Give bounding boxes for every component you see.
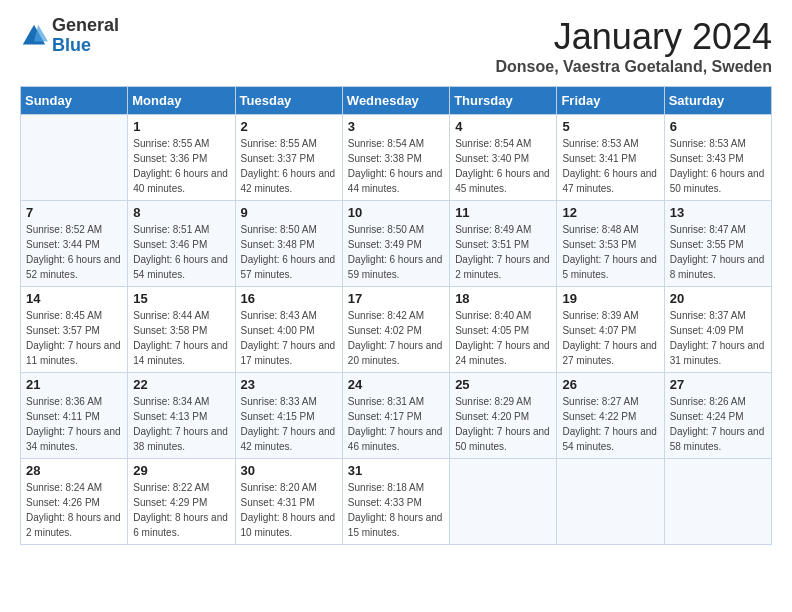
calendar-cell: 2Sunrise: 8:55 AMSunset: 3:37 PMDaylight… [235, 115, 342, 201]
day-info: Sunrise: 8:26 AMSunset: 4:24 PMDaylight:… [670, 394, 766, 454]
calendar-cell: 11Sunrise: 8:49 AMSunset: 3:51 PMDayligh… [450, 201, 557, 287]
logo-text: General Blue [52, 16, 119, 56]
calendar-cell: 6Sunrise: 8:53 AMSunset: 3:43 PMDaylight… [664, 115, 771, 201]
day-info: Sunrise: 8:31 AMSunset: 4:17 PMDaylight:… [348, 394, 444, 454]
day-number: 19 [562, 291, 658, 306]
day-info: Sunrise: 8:52 AMSunset: 3:44 PMDaylight:… [26, 222, 122, 282]
day-number: 29 [133, 463, 229, 478]
calendar-cell: 26Sunrise: 8:27 AMSunset: 4:22 PMDayligh… [557, 373, 664, 459]
day-number: 16 [241, 291, 337, 306]
day-number: 31 [348, 463, 444, 478]
day-number: 2 [241, 119, 337, 134]
day-number: 11 [455, 205, 551, 220]
calendar-cell: 20Sunrise: 8:37 AMSunset: 4:09 PMDayligh… [664, 287, 771, 373]
calendar-cell: 1Sunrise: 8:55 AMSunset: 3:36 PMDaylight… [128, 115, 235, 201]
calendar-cell: 12Sunrise: 8:48 AMSunset: 3:53 PMDayligh… [557, 201, 664, 287]
day-info: Sunrise: 8:47 AMSunset: 3:55 PMDaylight:… [670, 222, 766, 282]
calendar-cell: 15Sunrise: 8:44 AMSunset: 3:58 PMDayligh… [128, 287, 235, 373]
calendar-cell [450, 459, 557, 545]
day-number: 7 [26, 205, 122, 220]
calendar-header-row: SundayMondayTuesdayWednesdayThursdayFrid… [21, 87, 772, 115]
day-number: 25 [455, 377, 551, 392]
calendar-cell [21, 115, 128, 201]
month-title: January 2024 [495, 16, 772, 58]
day-info: Sunrise: 8:22 AMSunset: 4:29 PMDaylight:… [133, 480, 229, 540]
calendar-cell: 17Sunrise: 8:42 AMSunset: 4:02 PMDayligh… [342, 287, 449, 373]
page-header: General Blue January 2024 Donsoe, Vaestr… [20, 16, 772, 76]
day-number: 12 [562, 205, 658, 220]
calendar-cell: 5Sunrise: 8:53 AMSunset: 3:41 PMDaylight… [557, 115, 664, 201]
day-number: 5 [562, 119, 658, 134]
day-info: Sunrise: 8:29 AMSunset: 4:20 PMDaylight:… [455, 394, 551, 454]
week-row-1: 1Sunrise: 8:55 AMSunset: 3:36 PMDaylight… [21, 115, 772, 201]
day-number: 15 [133, 291, 229, 306]
day-number: 20 [670, 291, 766, 306]
day-number: 8 [133, 205, 229, 220]
calendar-cell: 8Sunrise: 8:51 AMSunset: 3:46 PMDaylight… [128, 201, 235, 287]
day-info: Sunrise: 8:45 AMSunset: 3:57 PMDaylight:… [26, 308, 122, 368]
calendar-cell [664, 459, 771, 545]
calendar-cell: 31Sunrise: 8:18 AMSunset: 4:33 PMDayligh… [342, 459, 449, 545]
calendar-cell: 13Sunrise: 8:47 AMSunset: 3:55 PMDayligh… [664, 201, 771, 287]
calendar-cell: 27Sunrise: 8:26 AMSunset: 4:24 PMDayligh… [664, 373, 771, 459]
calendar-cell: 7Sunrise: 8:52 AMSunset: 3:44 PMDaylight… [21, 201, 128, 287]
day-info: Sunrise: 8:34 AMSunset: 4:13 PMDaylight:… [133, 394, 229, 454]
day-info: Sunrise: 8:55 AMSunset: 3:36 PMDaylight:… [133, 136, 229, 196]
day-info: Sunrise: 8:54 AMSunset: 3:40 PMDaylight:… [455, 136, 551, 196]
calendar-cell: 14Sunrise: 8:45 AMSunset: 3:57 PMDayligh… [21, 287, 128, 373]
day-number: 1 [133, 119, 229, 134]
logo-blue: Blue [52, 36, 119, 56]
header-friday: Friday [557, 87, 664, 115]
calendar-cell: 23Sunrise: 8:33 AMSunset: 4:15 PMDayligh… [235, 373, 342, 459]
day-info: Sunrise: 8:50 AMSunset: 3:48 PMDaylight:… [241, 222, 337, 282]
day-number: 9 [241, 205, 337, 220]
calendar-cell: 16Sunrise: 8:43 AMSunset: 4:00 PMDayligh… [235, 287, 342, 373]
header-sunday: Sunday [21, 87, 128, 115]
header-tuesday: Tuesday [235, 87, 342, 115]
day-info: Sunrise: 8:24 AMSunset: 4:26 PMDaylight:… [26, 480, 122, 540]
week-row-2: 7Sunrise: 8:52 AMSunset: 3:44 PMDaylight… [21, 201, 772, 287]
day-info: Sunrise: 8:37 AMSunset: 4:09 PMDaylight:… [670, 308, 766, 368]
day-number: 23 [241, 377, 337, 392]
day-info: Sunrise: 8:55 AMSunset: 3:37 PMDaylight:… [241, 136, 337, 196]
header-thursday: Thursday [450, 87, 557, 115]
day-info: Sunrise: 8:53 AMSunset: 3:41 PMDaylight:… [562, 136, 658, 196]
header-wednesday: Wednesday [342, 87, 449, 115]
day-info: Sunrise: 8:42 AMSunset: 4:02 PMDaylight:… [348, 308, 444, 368]
calendar-table: SundayMondayTuesdayWednesdayThursdayFrid… [20, 86, 772, 545]
day-info: Sunrise: 8:40 AMSunset: 4:05 PMDaylight:… [455, 308, 551, 368]
day-number: 21 [26, 377, 122, 392]
day-info: Sunrise: 8:20 AMSunset: 4:31 PMDaylight:… [241, 480, 337, 540]
day-info: Sunrise: 8:43 AMSunset: 4:00 PMDaylight:… [241, 308, 337, 368]
calendar-cell: 30Sunrise: 8:20 AMSunset: 4:31 PMDayligh… [235, 459, 342, 545]
title-area: January 2024 Donsoe, Vaestra Goetaland, … [495, 16, 772, 76]
day-info: Sunrise: 8:18 AMSunset: 4:33 PMDaylight:… [348, 480, 444, 540]
day-info: Sunrise: 8:51 AMSunset: 3:46 PMDaylight:… [133, 222, 229, 282]
header-saturday: Saturday [664, 87, 771, 115]
day-number: 28 [26, 463, 122, 478]
calendar-body: 1Sunrise: 8:55 AMSunset: 3:36 PMDaylight… [21, 115, 772, 545]
day-number: 4 [455, 119, 551, 134]
day-number: 26 [562, 377, 658, 392]
day-number: 6 [670, 119, 766, 134]
day-number: 30 [241, 463, 337, 478]
day-info: Sunrise: 8:33 AMSunset: 4:15 PMDaylight:… [241, 394, 337, 454]
week-row-3: 14Sunrise: 8:45 AMSunset: 3:57 PMDayligh… [21, 287, 772, 373]
day-number: 10 [348, 205, 444, 220]
calendar-cell: 3Sunrise: 8:54 AMSunset: 3:38 PMDaylight… [342, 115, 449, 201]
calendar-cell: 29Sunrise: 8:22 AMSunset: 4:29 PMDayligh… [128, 459, 235, 545]
day-number: 27 [670, 377, 766, 392]
calendar-cell: 4Sunrise: 8:54 AMSunset: 3:40 PMDaylight… [450, 115, 557, 201]
day-number: 3 [348, 119, 444, 134]
calendar-cell: 28Sunrise: 8:24 AMSunset: 4:26 PMDayligh… [21, 459, 128, 545]
day-info: Sunrise: 8:36 AMSunset: 4:11 PMDaylight:… [26, 394, 122, 454]
day-number: 17 [348, 291, 444, 306]
day-info: Sunrise: 8:27 AMSunset: 4:22 PMDaylight:… [562, 394, 658, 454]
day-info: Sunrise: 8:54 AMSunset: 3:38 PMDaylight:… [348, 136, 444, 196]
location-title: Donsoe, Vaestra Goetaland, Sweden [495, 58, 772, 76]
calendar-cell: 18Sunrise: 8:40 AMSunset: 4:05 PMDayligh… [450, 287, 557, 373]
calendar-cell: 21Sunrise: 8:36 AMSunset: 4:11 PMDayligh… [21, 373, 128, 459]
calendar-cell [557, 459, 664, 545]
day-number: 22 [133, 377, 229, 392]
logo-icon [20, 22, 48, 50]
